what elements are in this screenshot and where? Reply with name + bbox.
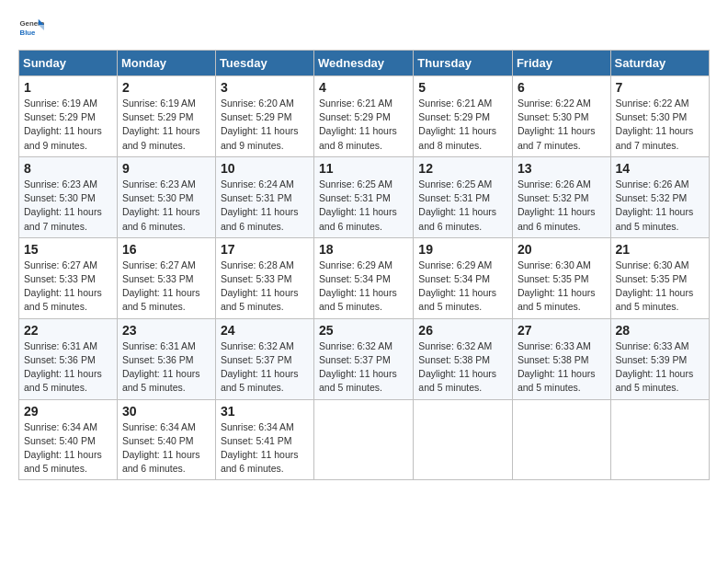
calendar-cell: 16 Sunrise: 6:27 AMSunset: 5:33 PMDaylig… <box>117 237 215 318</box>
weekday-header-friday: Friday <box>512 51 610 76</box>
weekday-header-sunday: Sunday <box>19 51 118 76</box>
calendar-cell: 18 Sunrise: 6:29 AMSunset: 5:34 PMDaylig… <box>314 237 414 318</box>
day-number: 26 <box>418 323 507 338</box>
weekday-header-wednesday: Wednesday <box>314 51 414 76</box>
day-number: 7 <box>616 80 704 95</box>
logo: General Blue <box>18 15 44 40</box>
day-number: 11 <box>319 161 408 176</box>
day-info: Sunrise: 6:21 AMSunset: 5:29 PMDaylight:… <box>319 97 408 153</box>
calendar-row-4: 29 Sunrise: 6:34 AMSunset: 5:40 PMDaylig… <box>19 399 710 480</box>
day-info: Sunrise: 6:26 AMSunset: 5:32 PMDaylight:… <box>518 178 606 234</box>
page-header: General Blue <box>18 15 710 40</box>
day-info: Sunrise: 6:28 AMSunset: 5:33 PMDaylight:… <box>221 259 309 315</box>
calendar-cell: 21 Sunrise: 6:30 AMSunset: 5:35 PMDaylig… <box>610 237 709 318</box>
day-number: 1 <box>24 80 112 95</box>
day-info: Sunrise: 6:22 AMSunset: 5:30 PMDaylight:… <box>616 97 704 153</box>
day-number: 3 <box>221 80 309 95</box>
calendar-cell: 14 Sunrise: 6:26 AMSunset: 5:32 PMDaylig… <box>610 156 709 237</box>
calendar-cell: 27 Sunrise: 6:33 AMSunset: 5:38 PMDaylig… <box>512 318 610 399</box>
weekday-header-saturday: Saturday <box>610 51 709 76</box>
day-number: 12 <box>418 161 507 176</box>
calendar-row-2: 15 Sunrise: 6:27 AMSunset: 5:33 PMDaylig… <box>19 237 710 318</box>
day-info: Sunrise: 6:19 AMSunset: 5:29 PMDaylight:… <box>24 97 112 153</box>
day-number: 17 <box>221 242 309 257</box>
calendar-cell: 23 Sunrise: 6:31 AMSunset: 5:36 PMDaylig… <box>117 318 215 399</box>
calendar-cell: 9 Sunrise: 6:23 AMSunset: 5:30 PMDayligh… <box>117 156 215 237</box>
day-number: 20 <box>518 242 606 257</box>
calendar-cell: 28 Sunrise: 6:33 AMSunset: 5:39 PMDaylig… <box>610 318 709 399</box>
day-number: 29 <box>24 404 112 419</box>
day-number: 23 <box>122 323 210 338</box>
day-info: Sunrise: 6:33 AMSunset: 5:39 PMDaylight:… <box>616 339 704 396</box>
day-number: 9 <box>122 161 210 176</box>
calendar-cell: 5 Sunrise: 6:21 AMSunset: 5:29 PMDayligh… <box>414 76 513 157</box>
weekday-header-monday: Monday <box>117 51 215 76</box>
day-number: 14 <box>616 161 704 176</box>
svg-text:Blue: Blue <box>20 29 37 37</box>
calendar-cell: 30 Sunrise: 6:34 AMSunset: 5:40 PMDaylig… <box>117 399 215 480</box>
day-info: Sunrise: 6:30 AMSunset: 5:35 PMDaylight:… <box>518 259 606 315</box>
calendar-row-3: 22 Sunrise: 6:31 AMSunset: 5:36 PMDaylig… <box>19 318 710 399</box>
calendar-cell: 29 Sunrise: 6:34 AMSunset: 5:40 PMDaylig… <box>19 399 118 480</box>
day-info: Sunrise: 6:22 AMSunset: 5:30 PMDaylight:… <box>518 97 606 153</box>
day-number: 15 <box>24 242 112 257</box>
calendar-row-0: 1 Sunrise: 6:19 AMSunset: 5:29 PMDayligh… <box>19 76 710 157</box>
day-number: 25 <box>319 323 408 338</box>
day-number: 21 <box>616 242 704 257</box>
calendar-cell: 25 Sunrise: 6:32 AMSunset: 5:37 PMDaylig… <box>314 318 414 399</box>
day-info: Sunrise: 6:25 AMSunset: 5:31 PMDaylight:… <box>418 178 507 234</box>
calendar-cell: 11 Sunrise: 6:25 AMSunset: 5:31 PMDaylig… <box>314 156 414 237</box>
day-number: 18 <box>319 242 408 257</box>
calendar-row-1: 8 Sunrise: 6:23 AMSunset: 5:30 PMDayligh… <box>19 156 710 237</box>
calendar-cell: 31 Sunrise: 6:34 AMSunset: 5:41 PMDaylig… <box>215 399 313 480</box>
day-number: 2 <box>122 80 210 95</box>
day-info: Sunrise: 6:34 AMSunset: 5:40 PMDaylight:… <box>122 420 210 477</box>
calendar-cell: 24 Sunrise: 6:32 AMSunset: 5:37 PMDaylig… <box>215 318 313 399</box>
day-number: 6 <box>518 80 606 95</box>
calendar-cell: 13 Sunrise: 6:26 AMSunset: 5:32 PMDaylig… <box>512 156 610 237</box>
weekday-header-thursday: Thursday <box>414 51 513 76</box>
day-info: Sunrise: 6:25 AMSunset: 5:31 PMDaylight:… <box>319 178 408 234</box>
day-info: Sunrise: 6:26 AMSunset: 5:32 PMDaylight:… <box>616 178 704 234</box>
day-info: Sunrise: 6:20 AMSunset: 5:29 PMDaylight:… <box>221 97 309 153</box>
calendar-table: SundayMondayTuesdayWednesdayThursdayFrid… <box>18 50 710 480</box>
calendar-cell <box>414 399 513 480</box>
calendar-cell: 7 Sunrise: 6:22 AMSunset: 5:30 PMDayligh… <box>610 76 709 157</box>
day-number: 5 <box>418 80 507 95</box>
calendar-cell: 4 Sunrise: 6:21 AMSunset: 5:29 PMDayligh… <box>314 76 414 157</box>
day-info: Sunrise: 6:27 AMSunset: 5:33 PMDaylight:… <box>24 259 112 315</box>
calendar-cell <box>314 399 414 480</box>
day-number: 28 <box>616 323 704 338</box>
day-number: 24 <box>221 323 309 338</box>
day-info: Sunrise: 6:29 AMSunset: 5:34 PMDaylight:… <box>319 259 408 315</box>
calendar-cell: 2 Sunrise: 6:19 AMSunset: 5:29 PMDayligh… <box>117 76 215 157</box>
day-info: Sunrise: 6:34 AMSunset: 5:40 PMDaylight:… <box>24 420 112 477</box>
calendar-cell: 22 Sunrise: 6:31 AMSunset: 5:36 PMDaylig… <box>19 318 118 399</box>
day-number: 13 <box>518 161 606 176</box>
day-info: Sunrise: 6:30 AMSunset: 5:35 PMDaylight:… <box>616 259 704 315</box>
calendar-cell <box>610 399 709 480</box>
day-info: Sunrise: 6:31 AMSunset: 5:36 PMDaylight:… <box>24 339 112 396</box>
weekday-header-row: SundayMondayTuesdayWednesdayThursdayFrid… <box>19 51 710 76</box>
calendar-cell: 12 Sunrise: 6:25 AMSunset: 5:31 PMDaylig… <box>414 156 513 237</box>
day-number: 16 <box>122 242 210 257</box>
day-info: Sunrise: 6:31 AMSunset: 5:36 PMDaylight:… <box>122 339 210 396</box>
calendar-cell: 1 Sunrise: 6:19 AMSunset: 5:29 PMDayligh… <box>19 76 118 157</box>
day-info: Sunrise: 6:21 AMSunset: 5:29 PMDaylight:… <box>418 97 507 153</box>
calendar-cell: 19 Sunrise: 6:29 AMSunset: 5:34 PMDaylig… <box>414 237 513 318</box>
day-info: Sunrise: 6:32 AMSunset: 5:38 PMDaylight:… <box>418 339 507 396</box>
day-info: Sunrise: 6:24 AMSunset: 5:31 PMDaylight:… <box>221 178 309 234</box>
day-number: 31 <box>221 404 309 419</box>
day-number: 10 <box>221 161 309 176</box>
calendar-cell: 26 Sunrise: 6:32 AMSunset: 5:38 PMDaylig… <box>414 318 513 399</box>
day-number: 22 <box>24 323 112 338</box>
calendar-cell: 3 Sunrise: 6:20 AMSunset: 5:29 PMDayligh… <box>215 76 313 157</box>
calendar-cell <box>512 399 610 480</box>
day-info: Sunrise: 6:34 AMSunset: 5:41 PMDaylight:… <box>221 420 309 477</box>
calendar-cell: 6 Sunrise: 6:22 AMSunset: 5:30 PMDayligh… <box>512 76 610 157</box>
calendar-cell: 20 Sunrise: 6:30 AMSunset: 5:35 PMDaylig… <box>512 237 610 318</box>
logo-icon: General Blue <box>18 15 44 40</box>
calendar-cell: 10 Sunrise: 6:24 AMSunset: 5:31 PMDaylig… <box>215 156 313 237</box>
calendar-cell: 8 Sunrise: 6:23 AMSunset: 5:30 PMDayligh… <box>19 156 118 237</box>
day-info: Sunrise: 6:23 AMSunset: 5:30 PMDaylight:… <box>24 178 112 234</box>
